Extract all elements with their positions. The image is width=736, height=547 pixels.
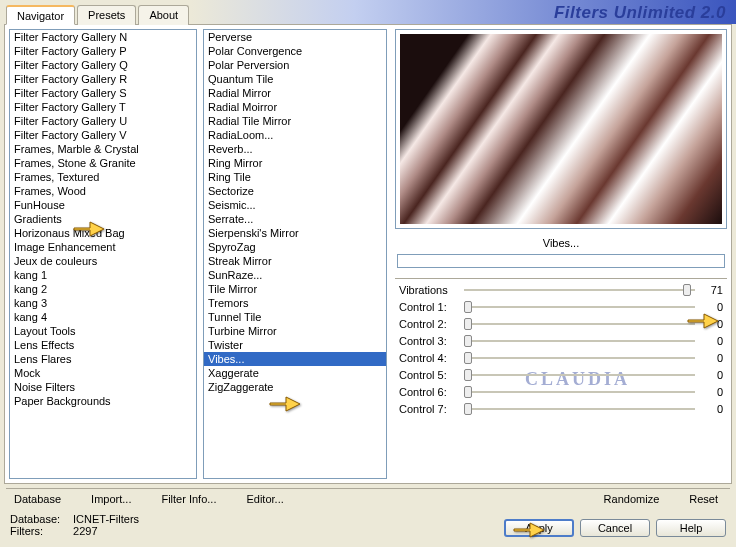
- control-slider[interactable]: [464, 282, 695, 298]
- filter-listbox[interactable]: PerversePolar ConvergencePolar Perversio…: [203, 29, 387, 479]
- category-listbox[interactable]: Filter Factory Gallery NFilter Factory G…: [9, 29, 197, 479]
- filter-info-link[interactable]: Filter Info...: [161, 493, 216, 505]
- control-slider[interactable]: [464, 367, 695, 383]
- control-value: 0: [695, 318, 723, 330]
- control-row: Control 7:0: [395, 400, 727, 417]
- controls-panel: CLAUDIA Vibrations71Control 1:0Control 2…: [395, 278, 727, 479]
- category-list-item[interactable]: Frames, Stone & Granite: [10, 156, 196, 170]
- tab-about[interactable]: About: [138, 5, 189, 25]
- control-label: Control 6:: [399, 386, 464, 398]
- filter-list-item[interactable]: Tremors: [204, 296, 386, 310]
- tab-bar: Navigator Presets About: [6, 4, 191, 24]
- status-filters-label: Filters:: [10, 525, 70, 537]
- category-list-item[interactable]: Filter Factory Gallery U: [10, 114, 196, 128]
- category-list-item[interactable]: Filter Factory Gallery Q: [10, 58, 196, 72]
- category-list-item[interactable]: FunHouse: [10, 198, 196, 212]
- category-list-item[interactable]: Horizonaus Mixed Bag: [10, 226, 196, 240]
- filter-list-item[interactable]: Radial Moirror: [204, 100, 386, 114]
- filter-list-item[interactable]: Turbine Mirror: [204, 324, 386, 338]
- category-list-item[interactable]: Frames, Wood: [10, 184, 196, 198]
- category-list-item[interactable]: Filter Factory Gallery P: [10, 44, 196, 58]
- category-list-item[interactable]: Image Enhancement: [10, 240, 196, 254]
- preview-box: [395, 29, 727, 229]
- category-list-item[interactable]: Filter Factory Gallery T: [10, 100, 196, 114]
- category-list-item[interactable]: Frames, Marble & Crystal: [10, 142, 196, 156]
- control-value: 0: [695, 369, 723, 381]
- filter-list-item[interactable]: ZigZaggerate: [204, 380, 386, 394]
- control-row: Control 1:0: [395, 298, 727, 315]
- apply-button[interactable]: Apply: [504, 519, 574, 537]
- import-link[interactable]: Import...: [91, 493, 131, 505]
- randomize-link[interactable]: Randomize: [604, 493, 660, 505]
- progress-bar: [397, 254, 725, 268]
- control-slider[interactable]: [464, 384, 695, 400]
- control-value: 0: [695, 386, 723, 398]
- category-list-item[interactable]: Lens Effects: [10, 338, 196, 352]
- filter-list-item[interactable]: Polar Convergence: [204, 44, 386, 58]
- filter-list-item[interactable]: SunRaze...: [204, 268, 386, 282]
- help-button[interactable]: Help: [656, 519, 726, 537]
- filter-list-item[interactable]: Seismic...: [204, 198, 386, 212]
- category-list-item[interactable]: Mock: [10, 366, 196, 380]
- control-slider[interactable]: [464, 401, 695, 417]
- link-bar: Database Import... Filter Info... Editor…: [6, 488, 730, 505]
- filter-list-item[interactable]: Tunnel Tile: [204, 310, 386, 324]
- filter-list-item[interactable]: Radial Tile Mirror: [204, 114, 386, 128]
- category-list-item[interactable]: Filter Factory Gallery N: [10, 30, 196, 44]
- category-list-item[interactable]: kang 1: [10, 268, 196, 282]
- filter-list-item[interactable]: Radial Mirror: [204, 86, 386, 100]
- category-list-item[interactable]: Filter Factory Gallery R: [10, 72, 196, 86]
- app-title: Filters Unlimited 2.0: [191, 0, 736, 24]
- control-slider[interactable]: [464, 350, 695, 366]
- filter-list-item[interactable]: Perverse: [204, 30, 386, 44]
- control-row: Control 4:0: [395, 349, 727, 366]
- category-list-item[interactable]: Layout Tools: [10, 324, 196, 338]
- reset-link[interactable]: Reset: [689, 493, 718, 505]
- category-list-item[interactable]: Paper Backgrounds: [10, 394, 196, 408]
- category-list-item[interactable]: Frames, Textured: [10, 170, 196, 184]
- category-list-item[interactable]: Filter Factory Gallery S: [10, 86, 196, 100]
- category-list-item[interactable]: Noise Filters: [10, 380, 196, 394]
- category-list-item[interactable]: Gradients: [10, 212, 196, 226]
- filter-list-item[interactable]: SpyroZag: [204, 240, 386, 254]
- status-database-label: Database:: [10, 513, 70, 525]
- status-filters-value: 2297: [73, 525, 97, 537]
- control-value: 0: [695, 403, 723, 415]
- category-list-item[interactable]: kang 2: [10, 282, 196, 296]
- control-label: Control 2:: [399, 318, 464, 330]
- filter-list-item[interactable]: Xaggerate: [204, 366, 386, 380]
- category-list-item[interactable]: Jeux de couleurs: [10, 254, 196, 268]
- control-value: 0: [695, 352, 723, 364]
- main-panel: Filter Factory Gallery NFilter Factory G…: [4, 24, 732, 484]
- filter-list-item[interactable]: Serrate...: [204, 212, 386, 226]
- editor-link[interactable]: Editor...: [246, 493, 283, 505]
- database-link[interactable]: Database: [14, 493, 61, 505]
- filter-list-item[interactable]: Sierpenski's Mirror: [204, 226, 386, 240]
- filter-list-item[interactable]: Tile Mirror: [204, 282, 386, 296]
- filter-list-item[interactable]: Quantum Tile: [204, 72, 386, 86]
- control-row: Vibrations71: [395, 281, 727, 298]
- category-list-item[interactable]: kang 4: [10, 310, 196, 324]
- filter-list-item[interactable]: Ring Tile: [204, 170, 386, 184]
- tab-presets[interactable]: Presets: [77, 5, 136, 25]
- control-slider[interactable]: [464, 333, 695, 349]
- filter-list-item[interactable]: Twister: [204, 338, 386, 352]
- tab-navigator[interactable]: Navigator: [6, 5, 75, 25]
- control-value: 0: [695, 335, 723, 347]
- cancel-button[interactable]: Cancel: [580, 519, 650, 537]
- category-list-item[interactable]: Lens Flares: [10, 352, 196, 366]
- filter-list-item[interactable]: Sectorize: [204, 184, 386, 198]
- filter-list-item[interactable]: Streak Mirror: [204, 254, 386, 268]
- filter-list-item[interactable]: RadiaLoom...: [204, 128, 386, 142]
- control-slider[interactable]: [464, 299, 695, 315]
- category-list-item[interactable]: Filter Factory Gallery V: [10, 128, 196, 142]
- control-row: Control 2:0: [395, 315, 727, 332]
- control-label: Vibrations: [399, 284, 464, 296]
- filter-list-item[interactable]: Vibes...: [204, 352, 386, 366]
- control-row: Control 5:0: [395, 366, 727, 383]
- category-list-item[interactable]: kang 3: [10, 296, 196, 310]
- filter-list-item[interactable]: Ring Mirror: [204, 156, 386, 170]
- filter-list-item[interactable]: Reverb...: [204, 142, 386, 156]
- control-slider[interactable]: [464, 316, 695, 332]
- filter-list-item[interactable]: Polar Perversion: [204, 58, 386, 72]
